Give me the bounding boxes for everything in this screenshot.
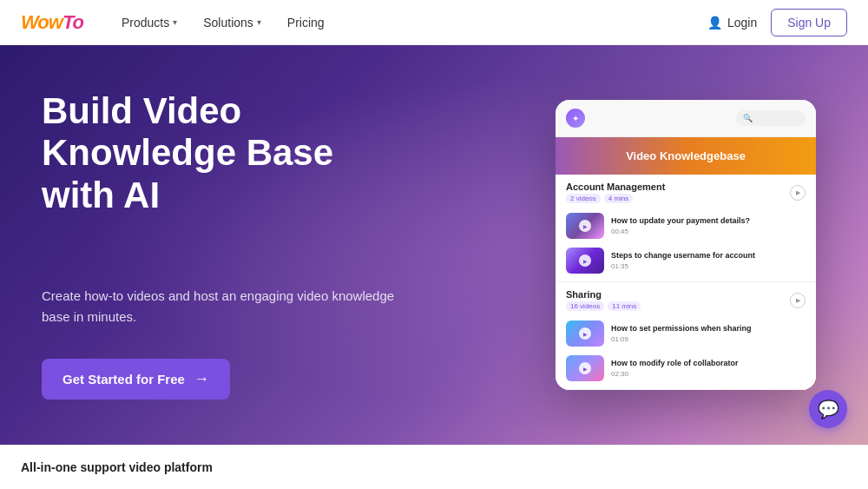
play-icon: ▶ xyxy=(579,362,591,374)
nav-solutions[interactable]: Solutions ▾ xyxy=(193,10,272,35)
mockup-app-icon: ✦ xyxy=(566,109,585,128)
mockup-badge-duration2: 11 mins xyxy=(608,301,641,311)
mockup-section2-title: Sharing xyxy=(566,289,641,300)
mockup-item-info: Steps to change username for account 01:… xyxy=(611,251,806,270)
logo[interactable]: WowTo xyxy=(21,11,83,34)
bottom-section-title: All-in-one support video platform xyxy=(21,460,213,474)
mockup-header-title: Video Knowledgebase xyxy=(568,149,804,162)
mockup-item-title: How to update your payment details? xyxy=(611,216,806,227)
nav-actions: 👤 Login Sign Up xyxy=(707,9,847,36)
mockup-thumbnail: ▶ xyxy=(566,320,604,347)
mockup-item-info: How to modify role of collaborator 02:30 xyxy=(611,359,806,378)
chat-bubble-button[interactable]: 💬 xyxy=(809,390,847,428)
mockup-badge-duration1: 4 mins xyxy=(604,194,634,203)
mockup-item-title: How to modify role of collaborator xyxy=(611,359,806,369)
mockup-item-duration: 02:30 xyxy=(611,370,806,378)
signup-button[interactable]: Sign Up xyxy=(771,9,847,36)
nav-products[interactable]: Products ▾ xyxy=(111,10,187,35)
hero-subtitle: Create how-to videos and host an engagin… xyxy=(42,286,406,327)
mockup-body: Account Management 2 videos 4 mins ▶ ▶ xyxy=(556,175,816,390)
hero-content: Build Video Knowledge Base with AI Creat… xyxy=(42,90,406,400)
nav-pricing[interactable]: Pricing xyxy=(277,10,335,35)
mockup-play-btn1[interactable]: ▶ xyxy=(790,185,806,201)
mockup-item-duration: 01:35 xyxy=(611,262,806,270)
mockup-section-account: Account Management 2 videos 4 mins ▶ ▶ xyxy=(556,175,816,282)
hero-title: Build Video Knowledge Base with AI xyxy=(42,90,406,216)
mockup-item[interactable]: ▶ How to set permissions when sharing 01… xyxy=(566,316,806,351)
chevron-down-icon: ▾ xyxy=(173,17,177,27)
nav-links: Products ▾ Solutions ▾ Pricing xyxy=(111,10,707,35)
mockup-item-info: How to update your payment details? 00:4… xyxy=(611,216,806,235)
mockup-thumbnail: ▶ xyxy=(566,213,604,239)
login-button[interactable]: 👤 Login xyxy=(707,16,757,30)
hero-mockup: ✦ 🔍 Video Knowledgebase Account Manageme… xyxy=(556,100,816,390)
play-icon: ▶ xyxy=(579,327,591,340)
mockup-badge-videos1: 2 videos xyxy=(566,194,601,203)
play-icon: ▶ xyxy=(579,220,591,232)
search-icon: 🔍 xyxy=(743,114,753,122)
mockup-section1-meta: 2 videos 4 mins xyxy=(566,194,665,203)
mockup-search-bar[interactable]: 🔍 xyxy=(736,110,806,126)
chevron-down-icon: ▾ xyxy=(257,17,261,27)
mockup-section2-meta: 16 videos 11 mins xyxy=(566,301,641,311)
mockup-play-btn2[interactable]: ▶ xyxy=(790,293,806,308)
cta-button[interactable]: Get Started for Free → xyxy=(42,359,230,400)
mockup-thumbnail: ▶ xyxy=(566,355,604,381)
navbar: WowTo Products ▾ Solutions ▾ Pricing 👤 L… xyxy=(0,0,868,45)
user-icon: 👤 xyxy=(707,16,722,30)
mockup-item-duration: 01:09 xyxy=(611,335,806,343)
bottom-bar: All-in-one support video platform xyxy=(0,445,868,489)
mockup-header: Video Knowledgebase xyxy=(556,137,816,175)
mockup-section1-header: Account Management 2 videos 4 mins ▶ xyxy=(566,182,806,203)
mockup-item-title: How to set permissions when sharing xyxy=(611,324,806,334)
mockup-section1-title: Account Management xyxy=(566,182,665,192)
chat-icon: 💬 xyxy=(818,399,839,420)
mockup-section-sharing: Sharing 16 videos 11 mins ▶ ▶ xyxy=(556,282,816,390)
mockup-item[interactable]: ▶ How to update your payment details? 00… xyxy=(566,208,806,243)
arrow-right-icon: → xyxy=(194,370,209,388)
mockup-section2-header: Sharing 16 videos 11 mins ▶ xyxy=(566,289,806,311)
play-icon: ▶ xyxy=(579,254,591,267)
mockup-thumbnail: ▶ xyxy=(566,248,604,274)
mockup-item[interactable]: ▶ Steps to change username for account 0… xyxy=(566,243,806,278)
hero-section: Build Video Knowledge Base with AI Creat… xyxy=(0,45,868,445)
mockup-top-bar: ✦ 🔍 xyxy=(556,100,816,137)
mockup-item[interactable]: ▶ How to modify role of collaborator 02:… xyxy=(566,351,806,386)
mockup-item-info: How to set permissions when sharing 01:0… xyxy=(611,324,806,343)
mockup-item-title: Steps to change username for account xyxy=(611,251,806,261)
mockup-item-duration: 00:45 xyxy=(611,228,806,235)
mockup-badge-videos2: 16 videos xyxy=(566,301,604,311)
